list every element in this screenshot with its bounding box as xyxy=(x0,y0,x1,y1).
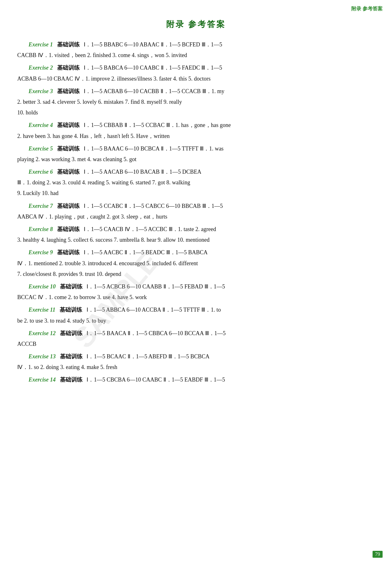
exercise-12-line1: Exercise 12 基础训练 Ⅰ．1—5 BAACA Ⅱ．1—5 CBBCA… xyxy=(17,328,375,339)
exercise-9-content2: Ⅳ．1. mentioned 2. trouble 3. introduced … xyxy=(17,258,375,269)
exercise-9: Exercise 9 基础训练 Ⅰ．1—5 AACBC Ⅱ．1—5 BEADC … xyxy=(17,247,375,279)
exercise-9-label: Exercise 9 xyxy=(29,249,53,256)
exercise-14-chinese: 基础训练 xyxy=(60,377,82,383)
exercise-11: Exercise 11 基础训练 Ⅰ．1—5 ABBCA 6—10 ACCBA … xyxy=(17,304,375,326)
exercise-6-chinese: 基础训练 xyxy=(57,169,80,175)
exercise-7-label: Exercise 7 xyxy=(29,203,53,209)
exercise-12-content1: Ⅰ．1—5 BAACA Ⅱ．1—5 CBBCA 6—10 BCCAA Ⅲ．1—5 xyxy=(87,330,225,336)
exercise-8-chinese: 基础训练 xyxy=(57,226,80,232)
exercise-8-content1: Ⅰ．1—5 CAACB Ⅳ．1—5 ACCBC Ⅲ．1. taste 2. ag… xyxy=(84,226,216,232)
exercise-10-line1: Exercise 10 基础训练 Ⅰ．1—5 ACBCB 6—10 CAABB … xyxy=(17,281,375,292)
exercise-6-label: Exercise 6 xyxy=(29,169,53,175)
exercise-5-content2: playing 2. was working 3. met 4. was cle… xyxy=(17,154,375,165)
exercise-1-content1: Ⅰ．1—5 BBABC 6—10 ABAAC Ⅱ．1—5 BCFED Ⅲ．1—5 xyxy=(84,41,222,48)
exercise-11-content2: be 2. to use 3. to read 4. study 5. to b… xyxy=(17,315,375,326)
exercise-1-line1: Exercise 1 基础训练 Ⅰ．1—5 BBABC 6—10 ABAAC Ⅱ… xyxy=(17,39,375,50)
exercise-4: Exercise 4 基础训练 Ⅰ．1—5 CBBAB Ⅱ．1—5 CCBAC … xyxy=(17,120,375,141)
exercise-11-chinese: 基础训练 xyxy=(60,307,82,313)
exercise-11-content1: Ⅰ．1—5 ABBCA 6—10 ACCBA Ⅱ．1—5 TFTTF Ⅲ．1. … xyxy=(87,307,221,313)
exercise-13-chinese: 基础训练 xyxy=(60,353,82,360)
exercise-5-label: Exercise 5 xyxy=(29,145,53,152)
exercise-2-content2: ACBAB 6—10 CBAAC Ⅳ．1. improve 2. illness… xyxy=(17,73,375,84)
exercise-12-content2: ACCCB xyxy=(17,339,375,349)
exercise-6-content1: Ⅰ．1—5 AACAB 6—10 BACAB Ⅱ．1—5 DCBEA xyxy=(84,169,201,175)
page-header: 附录 参考答案 xyxy=(351,6,383,12)
exercise-11-line1: Exercise 11 基础训练 Ⅰ．1—5 ABBCA 6—10 ACCBA … xyxy=(17,304,375,315)
exercise-9-line1: Exercise 9 基础训练 Ⅰ．1—5 AACBC Ⅱ．1—5 BEADC … xyxy=(17,247,375,258)
exercise-4-content1: Ⅰ．1—5 CBBAB Ⅱ．1—5 CCBAC Ⅲ．1. has，gone，ha… xyxy=(84,122,231,128)
exercise-1-content2: CACBB Ⅳ．1. visited，been 2. finished 3. c… xyxy=(17,50,375,61)
exercise-3: Exercise 3 基础训练 Ⅰ．1—5 ACBAB 6—10 CACBB Ⅱ… xyxy=(17,86,375,118)
exercise-13-content2: Ⅳ．1. so 2. doing 3. eating 4. make 5. fr… xyxy=(17,362,375,372)
exercise-10: Exercise 10 基础训练 Ⅰ．1—5 ACBCB 6—10 CAABB … xyxy=(17,281,375,303)
exercise-1-label: Exercise 1 xyxy=(29,41,53,48)
exercise-6-line1: Exercise 6 基础训练 Ⅰ．1—5 AACAB 6—10 BACAB Ⅱ… xyxy=(17,166,375,177)
exercise-12: Exercise 12 基础训练 Ⅰ．1—5 BAACA Ⅱ．1—5 CBBCA… xyxy=(17,328,375,349)
exercise-13-content1: Ⅰ．1—5 BCAAC Ⅱ．1—5 ABEFD Ⅲ．1—5 BCBCA xyxy=(87,353,209,360)
exercise-3-content2: 2. better 3. sad 4. cleverer 5. lovely 6… xyxy=(17,97,375,107)
exercise-7: Exercise 7 基础训练 Ⅰ．1—5 CCABC Ⅱ．1—5 CABCC … xyxy=(17,201,375,222)
exercise-2-content1: Ⅰ．1—5 BABCA 6—10 CAABC Ⅱ．1—5 FAEDC Ⅲ．1—5 xyxy=(84,65,222,71)
exercise-8-label: Exercise 8 xyxy=(29,226,53,232)
exercise-3-chinese: 基础训练 xyxy=(57,88,80,94)
exercise-13-line1: Exercise 13 基础训练 Ⅰ．1—5 BCAAC Ⅱ．1—5 ABEFD… xyxy=(17,351,375,362)
exercise-5-content1: Ⅰ．1—5 BAAAC 6—10 BCBCA Ⅱ．1—5 TTFFT Ⅲ．1. … xyxy=(84,145,223,152)
exercise-3-line1: Exercise 3 基础训练 Ⅰ．1—5 ACBAB 6—10 CACBB Ⅱ… xyxy=(17,86,375,97)
exercise-6-content2: Ⅲ．1. doing 2. was 3. could 4. reading 5.… xyxy=(17,177,375,188)
exercise-2-label: Exercise 2 xyxy=(29,65,53,71)
exercise-9-chinese: 基础训练 xyxy=(57,249,80,256)
exercise-1: Exercise 1 基础训练 Ⅰ．1—5 BBABC 6—10 ABAAC Ⅱ… xyxy=(17,39,375,61)
exercise-13: Exercise 13 基础训练 Ⅰ．1—5 BCAAC Ⅱ．1—5 ABEFD… xyxy=(17,351,375,372)
exercise-3-label: Exercise 3 xyxy=(29,88,53,94)
exercise-12-label: Exercise 12 xyxy=(29,330,56,336)
exercise-6-content3: 9. Luckily 10. had xyxy=(17,188,375,198)
exercise-7-content1: Ⅰ．1—5 CCABC Ⅱ．1—5 CABCC 6—10 BBCAB Ⅲ．1—5 xyxy=(84,203,223,209)
page-number: 79 xyxy=(373,551,383,558)
exercise-2-line1: Exercise 2 基础训练 Ⅰ．1—5 BABCA 6—10 CAABC Ⅱ… xyxy=(17,62,375,73)
exercise-3-content3: 10. holds xyxy=(17,107,375,118)
exercise-7-line1: Exercise 7 基础训练 Ⅰ．1—5 CCABC Ⅱ．1—5 CABCC … xyxy=(17,201,375,211)
exercise-7-content2: AABCA Ⅳ．1. playing，put，caught 2. got 3. … xyxy=(17,211,375,222)
exercise-12-chinese: 基础训练 xyxy=(60,330,82,336)
exercise-10-label: Exercise 10 xyxy=(29,283,56,290)
exercise-7-chinese: 基础训练 xyxy=(57,203,80,209)
exercise-13-label: Exercise 13 xyxy=(29,353,56,360)
exercise-8-content2: 3. healthy 4. laughing 5. collect 6. suc… xyxy=(17,235,375,245)
exercise-6: Exercise 6 基础训练 Ⅰ．1—5 AACAB 6—10 BACAB Ⅱ… xyxy=(17,166,375,199)
exercise-9-content3: 7. close/closest 8. provides 9. trust 10… xyxy=(17,269,375,279)
exercise-5-chinese: 基础训练 xyxy=(57,145,80,152)
exercise-5-line1: Exercise 5 基础训练 Ⅰ．1—5 BAAAC 6—10 BCBCA Ⅱ… xyxy=(17,143,375,154)
exercise-4-chinese: 基础训练 xyxy=(57,122,80,128)
exercise-10-chinese: 基础训练 xyxy=(60,283,82,290)
exercise-4-content2: 2. have been 3. has gone 4. Has，left，has… xyxy=(17,131,375,141)
exercise-9-content1: Ⅰ．1—5 AACBC Ⅱ．1—5 BEADC Ⅲ．1—5 BABCA xyxy=(84,249,208,256)
content-area: Exercise 1 基础训练 Ⅰ．1—5 BBABC 6—10 ABAAC Ⅱ… xyxy=(0,39,392,406)
exercise-2-chinese: 基础训练 xyxy=(57,65,80,71)
exercise-2: Exercise 2 基础训练 Ⅰ．1—5 BABCA 6—10 CAABC Ⅱ… xyxy=(17,62,375,84)
exercise-11-label: Exercise 11 xyxy=(29,307,56,313)
exercise-10-content2: BCCAC Ⅳ．1. come 2. to borrow 3. use 4. h… xyxy=(17,292,375,303)
main-title: 附录 参考答案 xyxy=(0,19,392,30)
exercise-1-chinese: 基础训练 xyxy=(57,41,80,48)
exercise-5: Exercise 5 基础训练 Ⅰ．1—5 BAAAC 6—10 BCBCA Ⅱ… xyxy=(17,143,375,165)
exercise-14-line1: Exercise 14 基础训练 Ⅰ．1—5 CBCBA 6—10 CAABC … xyxy=(17,374,375,385)
exercise-8-line1: Exercise 8 基础训练 Ⅰ．1—5 CAACB Ⅳ．1—5 ACCBC … xyxy=(17,224,375,235)
exercise-3-content1: Ⅰ．1—5 ACBAB 6—10 CACBB Ⅱ．1—5 CCACB Ⅲ．1. … xyxy=(84,88,224,94)
exercise-14-content1: Ⅰ．1—5 CBCBA 6—10 CAABC Ⅱ．1—5 EABDF Ⅲ．1—5 xyxy=(87,377,225,383)
exercise-4-line1: Exercise 4 基础训练 Ⅰ．1—5 CBBAB Ⅱ．1—5 CCBAC … xyxy=(17,120,375,130)
exercise-14: Exercise 14 基础训练 Ⅰ．1—5 CBCBA 6—10 CAABC … xyxy=(17,374,375,385)
exercise-8: Exercise 8 基础训练 Ⅰ．1—5 CAACB Ⅳ．1—5 ACCBC … xyxy=(17,224,375,245)
exercise-4-label: Exercise 4 xyxy=(29,122,53,128)
exercise-10-content1: Ⅰ．1—5 ACBCB 6—10 CAABB Ⅱ．1—5 FEBAD Ⅲ．1—5 xyxy=(87,283,225,290)
exercise-14-label: Exercise 14 xyxy=(29,377,56,383)
